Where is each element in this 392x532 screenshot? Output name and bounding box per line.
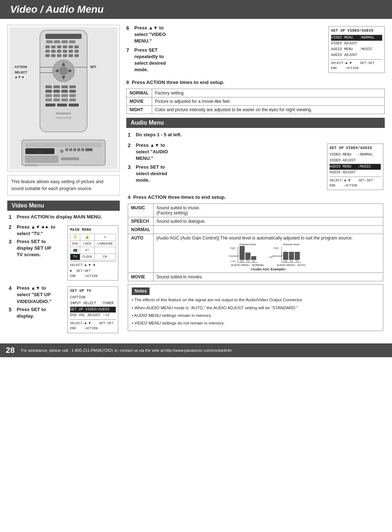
svg-rect-35 xyxy=(61,85,68,88)
audio-mode-movie-desc: Sound suited to movies. xyxy=(154,273,383,281)
svg-rect-69 xyxy=(25,156,58,162)
remote-image: Panasonic TW/DVD/VCR ACTION SELECT ▲▼◄ S… xyxy=(10,27,117,169)
audio-step-2-num: 2 xyxy=(128,142,133,148)
svg-rect-17 xyxy=(74,50,79,53)
step-1: 1 Press ACTION to display MAIN MENU. xyxy=(9,214,118,220)
svg-rect-9 xyxy=(63,45,67,48)
svg-rect-50 xyxy=(57,104,67,106)
mode-night-desc: Color and picture intensity are adjusted… xyxy=(152,106,385,114)
setup-tv-dvd: DVD VOL ADJUST :+2 xyxy=(70,313,116,318)
svg-rect-20 xyxy=(57,54,61,57)
setup-video-audio-box1: SET UP VIDEO/AUDIO VIDEO MENU :NORMAL VI… xyxy=(328,26,385,73)
svg-point-62 xyxy=(60,149,64,153)
mode-movie-row: MOVIE Picture is adjusted for a movie-li… xyxy=(127,97,385,106)
step-7-text: Press SETrepeatedly toselect desiredmode… xyxy=(134,47,325,73)
agc-tv-auto1-group: TV xyxy=(289,252,294,262)
step-6-text: Press ▲▼ toselect "VIDEOMENU." xyxy=(134,25,325,45)
step-3: 3 Press SET todisplay SET UPTV screen. xyxy=(9,238,65,258)
svg-rect-15 xyxy=(63,50,67,53)
audio-step-2: 2 Press ▲▼ toselect "AUDIOMENU." xyxy=(128,142,323,162)
svg-rect-8 xyxy=(57,45,61,48)
audio-mode-music-desc: Sound suited to music.(Factory setting) xyxy=(154,204,383,217)
agc-tv-auto1-bar xyxy=(289,252,294,260)
svg-rect-38 xyxy=(53,90,60,93)
agc-tv-auto2-bar xyxy=(295,252,300,260)
agc-tv-auto1-label: TV xyxy=(290,260,293,262)
agc-cd-auto-label: CD xyxy=(283,260,287,262)
agc-standard-label: Standard xyxy=(229,255,239,257)
svg-rect-63 xyxy=(65,148,68,151)
description-text: This feature allows easy setting of pict… xyxy=(11,179,103,191)
note-1: The effects of this feature on the signa… xyxy=(132,297,379,303)
video-mode-table: NORMAL Factory setting. MOVIE Picture is… xyxy=(126,89,385,114)
svg-text:SET: SET xyxy=(90,65,97,69)
svg-rect-18 xyxy=(45,54,50,57)
step-8: 8 Press ACTION three times to end setup. xyxy=(126,80,385,85)
svg-rect-2 xyxy=(46,40,53,43)
description-box: This feature allows easy setting of pict… xyxy=(7,175,120,196)
remote-svg: Panasonic TW/DVD/VCR ACTION SELECT ▲▼◄ S… xyxy=(10,27,117,169)
audio-steps-2-3-area: 2 Press ▲▼ toselect "AUDIOMENU." 3 Press… xyxy=(128,142,383,192)
step-5: 5 Press SET todisplay. xyxy=(9,306,65,319)
audio-step-4: 4 Press ACTION three times to end setup. xyxy=(128,194,383,200)
audio-menu-music: AUDIO MENU :MUSIC xyxy=(331,47,382,52)
video-menu-heading: Video Menu xyxy=(7,201,120,211)
svg-rect-64 xyxy=(69,148,72,151)
agc-cd-auto-bar xyxy=(283,252,288,260)
page-header: Video / Audio Menu xyxy=(0,0,392,19)
remote-area: Panasonic TW/DVD/VCR ACTION SELECT ▲▼◄ S… xyxy=(7,25,120,172)
agc-normal-chart: Volume level High Standard Low xyxy=(231,243,264,267)
setup-va-footer2: SELECT:▲ ▼ SET:SET xyxy=(330,177,381,183)
steps-6-7-text: 6 Press ▲▼ toselect "VIDEOMENU." 7 Press… xyxy=(126,25,325,77)
mode-normal-row: NORMAL Factory setting. xyxy=(127,89,385,97)
step-6: 6 Press ▲▼ toselect "VIDEOMENU." xyxy=(126,25,325,45)
audio-mode-auto-desc: [Audio AGC (Auto Gain Control)] The soun… xyxy=(154,234,383,273)
svg-rect-12 xyxy=(45,50,50,53)
svg-rect-43 xyxy=(61,94,68,97)
mode-movie-desc: Picture is adjusted for a movie-like fee… xyxy=(152,97,385,106)
step-7: 7 Press SETrepeatedly toselect desiredmo… xyxy=(126,47,325,73)
audio-mode-music-label: MUSIC xyxy=(128,204,154,217)
agc-low-label: Low xyxy=(231,260,236,262)
step-2: 2 Press ▲▼◄► toselect "TV." xyxy=(9,224,65,237)
step-2-num: 2 xyxy=(9,224,14,230)
svg-text:panasonic: panasonic xyxy=(25,164,37,167)
svg-rect-65 xyxy=(73,148,76,151)
svg-rect-1 xyxy=(45,34,82,39)
setup-tv-end: END :ACTION xyxy=(70,326,116,331)
svg-rect-5 xyxy=(69,40,75,43)
agc-normal-label: AUDIO MENU : NORMAL xyxy=(231,263,264,267)
step-1-text: Press ACTION to display MAIN MENU. xyxy=(17,214,118,220)
svg-rect-21 xyxy=(63,54,67,57)
svg-rect-19 xyxy=(51,54,56,57)
setup-tv-caption: CAPTION xyxy=(70,295,116,301)
svg-text:ACTION: ACTION xyxy=(15,65,27,69)
main-menu-end: END :ACTION xyxy=(70,274,116,279)
audio-menu-heading: Audio Menu xyxy=(126,118,385,128)
setup-tv-footer: SELECT:▲ ▼ SET:SET xyxy=(70,319,116,326)
setup-va-title2: SET UP VIDEO/AUDIO xyxy=(330,145,381,151)
audio-menu-steps: 1 Do steps 1 - 5 at left. 2 Press ▲▼ tos… xyxy=(126,131,385,332)
svg-rect-3 xyxy=(54,40,60,43)
audio-step-1-num: 1 xyxy=(128,132,133,138)
svg-rect-10 xyxy=(69,45,73,48)
svg-rect-44 xyxy=(69,94,76,97)
svg-text:TW/DVD/VCR: TW/DVD/VCR xyxy=(56,117,72,119)
page-title: Video / Audio Menu xyxy=(10,4,382,15)
setup-tv-title: SET UP TV xyxy=(70,288,116,294)
svg-rect-70 xyxy=(61,157,79,160)
setup-video-audio-box2: SET UP VIDEO/AUDIO VIDEO MENU :NORMAL VI… xyxy=(327,144,383,190)
svg-rect-51 xyxy=(69,104,79,106)
steps-6-7-area: 6 Press ▲▼ toselect "VIDEOMENU." 7 Press… xyxy=(126,25,385,77)
audio-step-1: 1 Do steps 1 - 5 at left. xyxy=(128,132,383,138)
setup-va-footer1: SELECT:▲ ▼ SET:SET xyxy=(331,59,382,66)
agc-tv2-bar xyxy=(251,256,256,260)
agc-cd-bar xyxy=(240,246,245,260)
audio-mode-speech-label: SPEECH xyxy=(128,217,154,226)
step-7-num: 7 xyxy=(126,47,131,53)
note-4: VIDEO MENU settings do not remain in mem… xyxy=(132,320,379,326)
svg-rect-14 xyxy=(57,50,61,53)
svg-rect-41 xyxy=(45,94,52,97)
steps-2-3-area: 2 Press ▲▼◄► toselect "TV." 3 Press SET … xyxy=(9,224,118,282)
svg-rect-36 xyxy=(69,85,76,88)
